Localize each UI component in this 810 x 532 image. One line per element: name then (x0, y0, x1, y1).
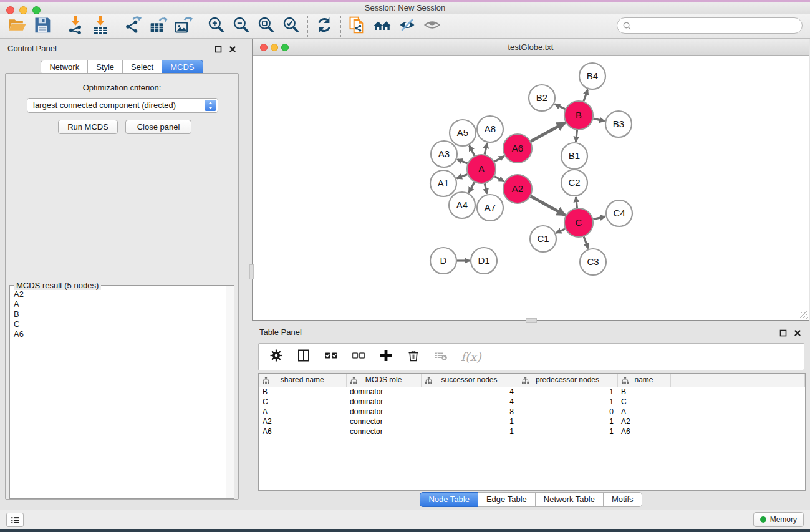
import-network-button[interactable] (63, 15, 88, 37)
close-panel-icon[interactable] (228, 45, 236, 53)
column-header-successor-nodes[interactable]: successor nodes (421, 374, 518, 387)
network-zoom-button[interactable] (281, 44, 289, 51)
table-cell[interactable]: B (617, 387, 670, 397)
table-cell[interactable]: B (259, 387, 346, 397)
graph-node-A4[interactable]: A4 (449, 192, 475, 218)
graph-node-B2[interactable]: B2 (529, 85, 555, 111)
table-cell[interactable]: A6 (617, 427, 670, 437)
graph-edge-B-B1[interactable] (576, 130, 577, 142)
graph-edge-A-A1[interactable] (457, 174, 468, 178)
graph-node-A2[interactable]: A2 (503, 175, 532, 203)
settings-button[interactable] (269, 349, 284, 364)
tab-edge-table[interactable]: Edge Table (478, 492, 536, 507)
graph-node-B1[interactable]: B1 (561, 143, 587, 169)
table-cell[interactable]: 1 (518, 397, 617, 407)
column-header-name[interactable]: name (617, 374, 670, 387)
graph-node-A5[interactable]: A5 (450, 120, 476, 146)
graph-node-B3[interactable]: B3 (605, 111, 632, 137)
column-header-predecessor-nodes[interactable]: predecessor nodes (518, 374, 617, 387)
result-scrollbar-track[interactable] (226, 286, 234, 498)
table-cell[interactable]: dominator (346, 387, 421, 397)
graph-edge-B-B4[interactable] (584, 90, 588, 102)
table-cell[interactable]: 4 (421, 387, 518, 397)
export-network-button[interactable] (121, 15, 146, 37)
graph-node-B[interactable]: B (564, 101, 593, 130)
table-row[interactable]: Bdominator41B (259, 387, 805, 397)
table-cell[interactable]: A (259, 407, 346, 417)
graph-edge-A-A6[interactable] (494, 156, 504, 162)
refresh-button[interactable] (312, 15, 337, 37)
column-header-shared-name[interactable]: shared name (259, 374, 346, 387)
graph-node-B4[interactable]: B4 (579, 63, 605, 89)
graph-node-D1[interactable]: D1 (471, 248, 497, 274)
table-row[interactable]: A6connector11A6 (259, 427, 805, 437)
graph-edge-B-B3[interactable] (593, 118, 604, 121)
mcds-result-item[interactable]: A2 (10, 289, 225, 299)
graph-node-A6[interactable]: A6 (503, 134, 532, 163)
first-neighbors-button[interactable] (370, 15, 395, 37)
graph-node-D[interactable]: D (430, 248, 456, 274)
graph-node-C1[interactable]: C1 (530, 226, 556, 252)
table-cell[interactable]: 8 (421, 407, 518, 417)
table-cell[interactable]: 1 (518, 387, 617, 397)
table-cell[interactable]: dominator (346, 407, 421, 417)
graph-edge-B-B2[interactable] (555, 104, 566, 109)
run-mcds-button[interactable]: Run MCDS (58, 120, 118, 134)
import-table-button[interactable] (88, 15, 113, 37)
zoom-in-button[interactable] (204, 15, 229, 37)
add-row-button[interactable] (378, 349, 393, 364)
table-cell[interactable]: dominator (346, 397, 421, 407)
graph-edge-C-C4[interactable] (593, 216, 605, 219)
new-network-from-selection-button[interactable] (345, 15, 370, 37)
table-cell[interactable]: A (617, 407, 670, 417)
optimization-criterion-select[interactable]: largest connected component (directed) (27, 98, 218, 113)
network-minimize-button[interactable] (271, 44, 278, 51)
window-resize-grip-icon[interactable] (800, 311, 808, 319)
mcds-result-item[interactable]: C (10, 319, 225, 329)
table-row[interactable]: Cdominator41C (259, 397, 805, 407)
export-table-button[interactable] (146, 15, 171, 37)
graph-edge-A-A3[interactable] (457, 160, 467, 164)
graph-edge-C-C2[interactable] (576, 197, 577, 208)
search-field[interactable] (617, 17, 803, 34)
save-session-button[interactable] (30, 15, 55, 37)
graph-node-C2[interactable]: C2 (561, 170, 587, 196)
columns-button[interactable] (296, 349, 311, 364)
hide-selected-button[interactable] (395, 15, 420, 37)
select-all-button[interactable] (324, 349, 339, 364)
zoom-out-button[interactable] (229, 15, 254, 37)
graph-node-C[interactable]: C (564, 208, 593, 237)
table-cell[interactable]: 1 (518, 427, 617, 437)
graph-node-C4[interactable]: C4 (606, 200, 632, 226)
deselect-all-button[interactable] (351, 349, 366, 364)
table-cell[interactable]: connector (346, 417, 421, 427)
column-header-mcds-role[interactable]: MCDS role (346, 374, 421, 387)
apply-function-button[interactable]: f(x) (461, 350, 481, 364)
table-row[interactable]: A2connector11A2 (259, 417, 805, 427)
float-table-panel-icon[interactable] (779, 329, 787, 337)
mcds-result-item[interactable]: A6 (10, 329, 225, 339)
zoom-selected-button[interactable] (279, 15, 304, 37)
table-cell[interactable]: A2 (259, 417, 346, 427)
delete-row-button[interactable] (406, 349, 421, 364)
table-cell[interactable]: connector (346, 427, 421, 437)
delete-table-button[interactable] (433, 349, 448, 364)
graph-edge-A-A2[interactable] (494, 177, 504, 181)
table-cell[interactable]: 1 (421, 417, 518, 427)
graph-node-A[interactable]: A (467, 155, 496, 183)
tab-motifs[interactable]: Motifs (604, 492, 642, 507)
graph-edge-A-A8[interactable] (485, 143, 487, 154)
network-close-button[interactable] (260, 44, 268, 51)
search-input[interactable] (632, 19, 802, 32)
graph-edge-A6-B[interactable] (531, 123, 565, 142)
network-canvas[interactable]: B4B2BB3A8A5A6A3B1AC2A1A2A4A7C4CC1C3DD1 (253, 56, 809, 320)
open-file-button[interactable] (5, 15, 30, 37)
graph-node-A1[interactable]: A1 (430, 170, 456, 196)
table-cell[interactable]: 1 (421, 427, 518, 437)
mcds-result-item[interactable]: A (10, 299, 225, 309)
tab-node-table[interactable]: Node Table (420, 492, 478, 507)
show-all-button[interactable] (420, 15, 445, 37)
graph-node-A7[interactable]: A7 (477, 195, 503, 221)
table-cell[interactable]: C (617, 397, 670, 407)
table-cell[interactable]: A6 (259, 427, 346, 437)
